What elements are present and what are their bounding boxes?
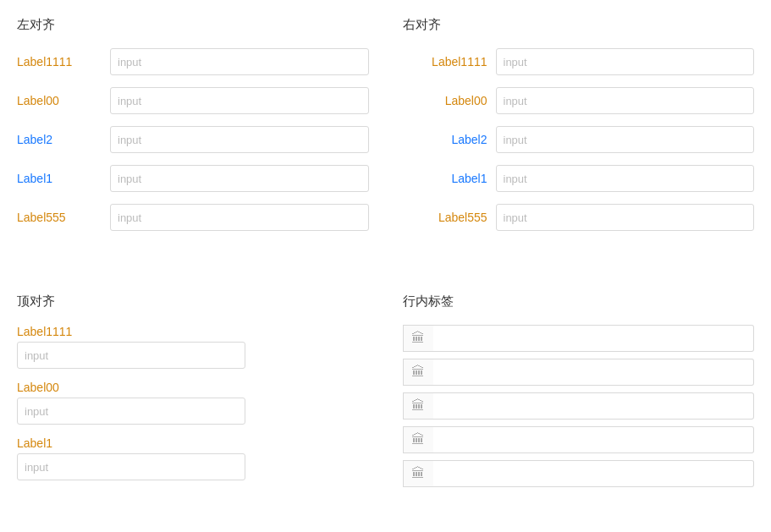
top-input-3[interactable] (17, 453, 245, 480)
right-input-wrapper-4 (496, 165, 755, 192)
top-align-form: Label1111 Label00 Label1 (17, 325, 369, 480)
left-align-row-1: Label1111 (17, 48, 369, 75)
left-input-wrapper-1 (110, 48, 369, 75)
left-label-3: Label2 (17, 133, 110, 146)
right-label-2: Label00 (403, 94, 496, 107)
left-input-wrapper-5 (110, 204, 369, 231)
right-align-row-3: Label2 (403, 126, 755, 153)
right-input-4[interactable] (496, 165, 755, 192)
right-align-title: 右对齐 (403, 17, 755, 33)
top-label-2: Label00 (17, 381, 59, 394)
inline-input-wrapper-2 (433, 359, 755, 386)
left-input-wrapper-2 (110, 87, 369, 114)
right-label-5: Label555 (403, 211, 496, 224)
inline-row-1: 🏛 (403, 325, 755, 352)
right-input-2[interactable] (496, 87, 755, 114)
left-align-row-2: Label00 (17, 87, 369, 114)
inline-input-1[interactable] (433, 325, 755, 352)
top-input-wrapper-3 (17, 453, 245, 480)
top-input-wrapper-1 (17, 342, 245, 369)
left-label-1: Label1111 (17, 55, 110, 69)
right-input-wrapper-5 (496, 204, 755, 231)
left-label-5: Label555 (17, 211, 110, 224)
top-align-row-3: Label1 (17, 436, 369, 480)
left-align-row-4: Label1 (17, 165, 369, 192)
left-input-5[interactable] (110, 204, 369, 231)
inline-row-3: 🏛 (403, 392, 755, 420)
top-label-3: Label1 (17, 436, 52, 450)
right-input-5[interactable] (496, 204, 755, 231)
inline-input-wrapper-5 (433, 460, 755, 487)
left-input-wrapper-4 (110, 165, 369, 192)
inline-row-5: 🏛 (403, 460, 755, 487)
right-align-row-4: Label1 (403, 165, 755, 192)
right-align-row-2: Label00 (403, 87, 755, 114)
left-input-3[interactable] (110, 126, 369, 153)
inline-input-4[interactable] (433, 426, 755, 453)
inline-input-3[interactable] (433, 392, 755, 420)
left-align-row-5: Label555 (17, 204, 369, 231)
inline-row-4: 🏛 (403, 426, 755, 453)
right-align-row-1: Label1111 (403, 48, 755, 75)
inline-input-wrapper-3 (433, 392, 755, 420)
left-input-2[interactable] (110, 87, 369, 114)
bank-icon-2: 🏛 (403, 359, 433, 386)
right-label-3: Label2 (403, 133, 496, 146)
bank-icon-5: 🏛 (403, 460, 433, 487)
right-input-1[interactable] (496, 48, 755, 75)
left-input-1[interactable] (110, 48, 369, 75)
right-input-wrapper-1 (496, 48, 755, 75)
right-input-3[interactable] (496, 126, 755, 153)
inline-label-form: 🏛 🏛 🏛 🏛 (403, 325, 755, 487)
left-input-wrapper-3 (110, 126, 369, 153)
inline-input-5[interactable] (433, 460, 755, 487)
left-label-2: Label00 (17, 94, 110, 107)
right-label-4: Label1 (403, 172, 496, 185)
top-input-1[interactable] (17, 342, 245, 369)
inline-input-wrapper-4 (433, 426, 755, 453)
bank-icon-3: 🏛 (403, 392, 433, 420)
inline-row-2: 🏛 (403, 359, 755, 386)
bank-icon-4: 🏛 (403, 426, 433, 453)
top-label-1: Label1111 (17, 325, 72, 338)
left-align-title: 左对齐 (17, 17, 369, 33)
left-align-form: Label1111 Label00 Label2 Label1 (17, 48, 369, 231)
top-align-title: 顶对齐 (17, 293, 369, 310)
inline-label-title: 行内标签 (403, 293, 755, 310)
right-align-form: Label1111 Label00 Label2 Label1 (403, 48, 755, 231)
inline-input-wrapper-1 (433, 325, 755, 352)
right-align-row-5: Label555 (403, 204, 755, 231)
right-label-1: Label1111 (403, 55, 496, 69)
left-input-4[interactable] (110, 165, 369, 192)
right-input-wrapper-3 (496, 126, 755, 153)
top-align-row-2: Label00 (17, 381, 369, 425)
inline-input-2[interactable] (433, 359, 755, 386)
top-input-2[interactable] (17, 398, 245, 425)
left-align-row-3: Label2 (17, 126, 369, 153)
bank-icon-1: 🏛 (403, 325, 433, 352)
left-label-4: Label1 (17, 172, 110, 185)
top-input-wrapper-2 (17, 398, 245, 425)
right-input-wrapper-2 (496, 87, 755, 114)
top-align-row-1: Label1111 (17, 325, 369, 369)
